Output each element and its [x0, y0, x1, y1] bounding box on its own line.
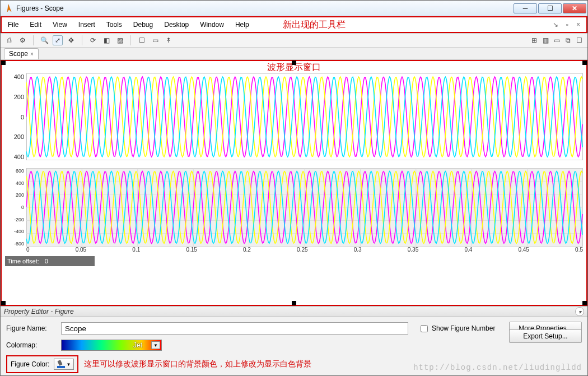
- figure-color-picker[interactable]: ▼: [54, 359, 74, 370]
- data-cursor-icon[interactable]: ◧: [101, 35, 111, 45]
- tile-float-icon[interactable]: ⧉: [563, 35, 573, 45]
- axes-bottom-yticklabels: 6004002000-200-400-600: [5, 168, 26, 247]
- legend-icon[interactable]: ↟: [164, 35, 174, 45]
- selection-handle[interactable]: [292, 61, 296, 65]
- window-minimize-button[interactable]: ─: [514, 3, 537, 13]
- tile-cols-icon[interactable]: ▥: [540, 35, 550, 45]
- menu-debug[interactable]: Debug: [130, 20, 156, 30]
- pan-icon[interactable]: ✥: [66, 35, 76, 45]
- menu-tools[interactable]: Tools: [104, 20, 125, 30]
- selection-handle[interactable]: [582, 61, 587, 65]
- menu-file[interactable]: File: [5, 20, 21, 30]
- annotation-bgcolor-note: 这里可以修改波形显示窗口的背景颜色，如上修改为显示白色背景: [84, 359, 311, 369]
- menu-edit[interactable]: Edit: [27, 20, 44, 30]
- figure-color-label: Figure Color:: [11, 360, 49, 368]
- chevron-down-icon[interactable]: ▼: [151, 341, 160, 349]
- axes-top-yticklabels: 4002000200400: [5, 73, 26, 160]
- undock-icon[interactable]: ▫: [563, 20, 571, 30]
- menu-insert[interactable]: Insert: [76, 20, 98, 30]
- colorbar-icon[interactable]: ▭: [150, 35, 160, 45]
- show-figure-number-label: Show Figure Number: [432, 324, 495, 332]
- tile-single-icon[interactable]: ▭: [552, 35, 562, 45]
- selection-handle[interactable]: [1, 301, 6, 305]
- gear-icon[interactable]: ⚙: [17, 35, 27, 45]
- tab-scope-label: Scope: [9, 50, 28, 58]
- tile-max-icon[interactable]: ☐: [574, 35, 584, 45]
- print-icon[interactable]: ⎙: [4, 35, 14, 45]
- selection-handle[interactable]: [582, 301, 587, 305]
- selection-handle[interactable]: [292, 301, 296, 305]
- export-setup-button[interactable]: Export Setup...: [509, 329, 582, 343]
- zoom-out-icon[interactable]: ⤢: [53, 35, 63, 45]
- axes-top[interactable]: 4002000200400: [5, 73, 583, 160]
- menu-window[interactable]: Window: [197, 20, 227, 30]
- menu-bar: File Edit View Insert Tools Debug Deskto…: [1, 16, 587, 33]
- window-titlebar: Figures - Scope ─ ☐ ✕: [1, 1, 587, 16]
- tile-grid-icon[interactable]: ⊞: [529, 35, 539, 45]
- figure-toolbar: ⎙ ⚙ 🔍 ⤢ ✥ ⟳ ◧ ▨ ☐ ▭ ↟ ⊞ ▥ ▭ ⧉ ☐: [1, 33, 587, 48]
- figure-name-input[interactable]: [61, 322, 408, 335]
- colormap-label: Colormap:: [6, 341, 57, 349]
- time-offset-label: Time offset:: [7, 258, 39, 264]
- property-editor-header[interactable]: Property Editor - Figure ▾: [1, 306, 587, 317]
- selection-handle[interactable]: [1, 61, 6, 65]
- brush-icon[interactable]: ▨: [115, 35, 125, 45]
- panel-options-icon[interactable]: ▾: [575, 307, 584, 316]
- tab-scope[interactable]: Scope ×: [4, 48, 39, 59]
- tab-close-icon[interactable]: ×: [30, 51, 34, 57]
- time-offset-bar: Time offset: 0: [5, 256, 95, 266]
- colormap-name: Jet: [133, 341, 142, 349]
- window-maximize-button[interactable]: ☐: [538, 3, 562, 13]
- colormap-dropdown[interactable]: Jet ▼: [61, 340, 162, 351]
- figure-tabstrip: Scope ×: [1, 48, 587, 60]
- menu-view[interactable]: View: [50, 20, 70, 30]
- matlab-icon: [4, 4, 13, 13]
- figure-name-label: Figure Name:: [6, 324, 57, 332]
- window-title: Figures - Scope: [16, 4, 64, 12]
- chevron-down-icon[interactable]: ▼: [66, 362, 71, 367]
- show-figure-number-input[interactable]: [421, 325, 428, 332]
- axes-bottom-xticklabels: 00.050.10.150.20.250.30.350.40.450.5: [26, 247, 583, 253]
- property-editor-body: Figure Name: Show Figure Number More Pro…: [1, 317, 587, 375]
- property-editor-title: Property Editor - Figure: [4, 308, 74, 315]
- figure-canvas-area[interactable]: 波形显示窗口 4002000200400 6004002000-200-400-…: [1, 60, 587, 306]
- zoom-in-icon[interactable]: 🔍: [39, 35, 49, 45]
- link-icon[interactable]: ☐: [137, 35, 147, 45]
- show-figure-number-checkbox[interactable]: Show Figure Number: [418, 323, 495, 334]
- close-panel-icon[interactable]: ×: [573, 20, 583, 30]
- window-close-button[interactable]: ✕: [563, 3, 586, 13]
- paint-bucket-icon: [57, 360, 65, 368]
- menu-help[interactable]: Help: [232, 20, 252, 30]
- axes-bottom[interactable]: 6004002000-200-400-600: [5, 168, 583, 247]
- rotate-icon[interactable]: ⟳: [88, 35, 98, 45]
- time-offset-value: 0: [45, 258, 48, 264]
- menu-desktop[interactable]: Desktop: [161, 20, 192, 30]
- dock-arrow-icon[interactable]: ↘: [550, 20, 561, 30]
- annotation-new-toolbar: 新出现的工具栏: [280, 18, 348, 32]
